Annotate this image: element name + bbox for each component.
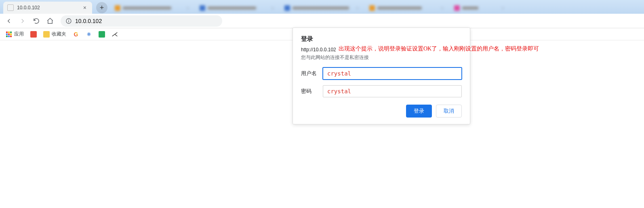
home-icon [46, 17, 54, 25]
bookmark-item[interactable]: ❋ [86, 31, 92, 38]
forward-button[interactable] [17, 15, 28, 27]
background-tab[interactable]: × [366, 2, 447, 14]
bookmark-icon [30, 31, 37, 38]
apps-grid-icon [6, 32, 12, 37]
background-tab[interactable]: × [451, 2, 507, 14]
back-button[interactable] [3, 15, 15, 27]
arrow-left-icon [5, 17, 13, 25]
gear-icon: ❋ [86, 31, 92, 38]
username-input[interactable] [323, 67, 462, 80]
google-icon: G [73, 31, 79, 38]
login-button[interactable]: 登录 [406, 105, 432, 118]
tab-close-icon[interactable]: × [82, 4, 88, 12]
http-auth-dialog: 登录 http://10.0.0.102 您与此网站的连接不是私密连接 用户名 … [293, 27, 470, 124]
site-info-icon[interactable] [65, 18, 72, 24]
cancel-button[interactable]: 取消 [436, 105, 462, 118]
reload-icon [33, 17, 40, 25]
password-input[interactable] [323, 85, 462, 97]
tab-title: 10.0.0.102 [17, 5, 82, 11]
bookmark-item[interactable] [99, 31, 105, 38]
browser-toolbar [0, 14, 644, 28]
bookmark-icon [99, 31, 105, 38]
password-label: 密码 [301, 88, 323, 95]
new-tab-button[interactable]: + [96, 2, 107, 13]
browser-tab-active[interactable]: 10.0.0.102 × [3, 2, 92, 14]
bookmark-item[interactable] [30, 31, 37, 38]
bookmark-item[interactable]: ⋌ [112, 31, 118, 38]
folder-icon [43, 31, 50, 38]
apps-label: 应用 [14, 31, 24, 38]
reload-button[interactable] [31, 15, 42, 27]
favorites-label: 收藏夹 [52, 31, 66, 38]
address-bar[interactable] [61, 15, 222, 27]
bookmark-icon: ⋌ [112, 31, 118, 38]
favorites-folder[interactable]: 收藏夹 [43, 31, 66, 38]
background-tab[interactable]: × [112, 2, 192, 14]
background-tab[interactable]: × [281, 2, 362, 14]
home-button[interactable] [44, 15, 56, 27]
apps-shortcut[interactable]: 应用 [6, 31, 24, 38]
background-tab[interactable]: × [196, 2, 277, 14]
bookmark-item[interactable]: G [73, 31, 79, 38]
tab-favicon [7, 4, 14, 11]
arrow-right-icon [19, 17, 26, 25]
dialog-title: 登录 [301, 35, 462, 43]
annotation-text: 出现这个提示，说明登录验证设置OK了，输入刚刚设置的用户名，密码登录即可 [339, 45, 539, 53]
username-label: 用户名 [301, 70, 323, 77]
dialog-insecure-note: 您与此网站的连接不是私密连接 [301, 54, 462, 61]
tab-strip: 10.0.0.102 × + × × × × × [0, 0, 644, 14]
url-input[interactable] [75, 18, 217, 24]
